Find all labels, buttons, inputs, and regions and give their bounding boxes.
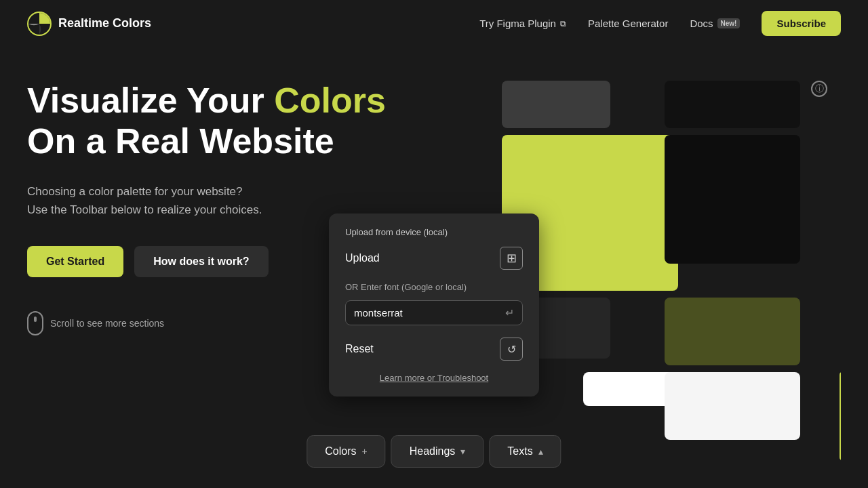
bottom-toolbar: Colors + Headings ▾ Texts ▴ — [307, 435, 561, 468]
or-text: OR Enter font (Google or local) — [345, 282, 523, 292]
logo-icon — [27, 12, 52, 36]
reset-button[interactable]: ↺ — [500, 338, 523, 361]
subscribe-button[interactable]: Subscribe — [762, 11, 841, 36]
hero-headline: Visualize Your Colors On a Real Website — [27, 81, 407, 162]
learn-more-link[interactable]: Learn more or Troubleshoot — [345, 373, 523, 383]
scroll-icon — [27, 311, 43, 336]
figma-plugin-link[interactable]: Try Figma Plugin ⧉ — [479, 18, 566, 29]
enter-icon: ↵ — [505, 306, 514, 319]
texts-toolbar-btn[interactable]: Texts ▴ — [489, 435, 561, 468]
docs-link[interactable]: Docs New! — [690, 18, 740, 29]
colors-toolbar-btn[interactable]: Colors + — [307, 435, 385, 468]
external-link-icon: ⧉ — [560, 19, 566, 28]
swatch-black-top — [665, 81, 800, 128]
logo-text: Realtime Colors — [58, 16, 151, 30]
headings-toolbar-btn[interactable]: Headings ▾ — [391, 435, 484, 468]
swatch-lime-thin — [840, 372, 841, 460]
colors-plus-icon: + — [362, 446, 368, 457]
swatch-olive — [665, 298, 800, 365]
new-badge: New! — [717, 18, 741, 28]
get-started-button[interactable]: Get Started — [27, 246, 123, 277]
swatch-black-mid — [665, 135, 800, 264]
upload-row: Upload ⊞ — [345, 247, 523, 270]
how-it-works-button[interactable]: How does it work? — [134, 246, 268, 277]
nav-links: Try Figma Plugin ⧉ Palette Generator Doc… — [479, 11, 841, 36]
font-input-row[interactable]: ↵ — [345, 300, 523, 325]
palette-generator-link[interactable]: Palette Generator — [588, 18, 668, 29]
upload-label: Upload — [345, 252, 380, 264]
headline-accent: Colors — [274, 81, 386, 120]
headings-chevron-icon: ▾ — [460, 446, 465, 457]
texts-chevron-icon: ▴ — [538, 446, 543, 457]
font-upload-popup: Upload from device (local) Upload ⊞ OR E… — [329, 214, 539, 396]
upload-button[interactable]: ⊞ — [500, 247, 523, 270]
swatch-white2 — [665, 372, 800, 440]
navbar: Realtime Colors Try Figma Plugin ⧉ Palet… — [0, 0, 868, 47]
popup-title: Upload from device (local) — [345, 227, 523, 237]
font-input[interactable] — [354, 307, 500, 319]
reset-row: Reset ↺ — [345, 338, 523, 361]
scroll-dot — [34, 317, 37, 322]
swatch-gray-top — [502, 81, 610, 128]
reset-label: Reset — [345, 343, 374, 355]
logo[interactable]: Realtime Colors — [27, 12, 151, 36]
